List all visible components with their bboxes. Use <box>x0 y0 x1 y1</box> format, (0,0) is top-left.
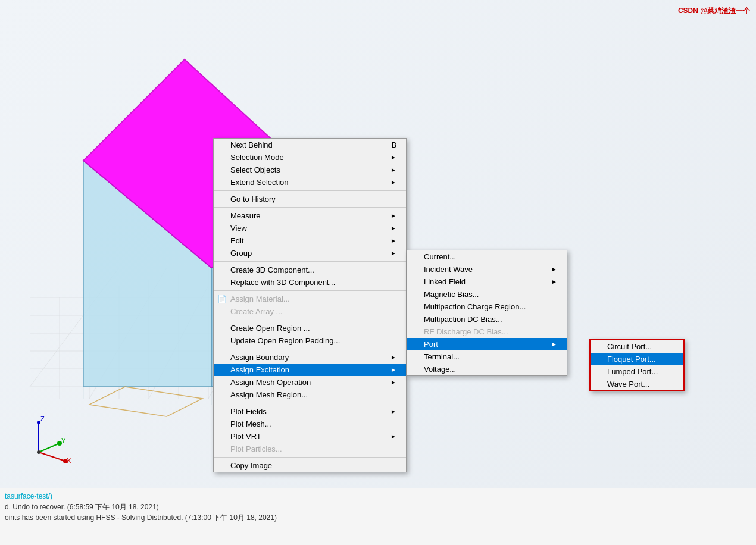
svg-text:Z: Z <box>40 415 45 422</box>
menu-label: Group <box>230 249 252 258</box>
menu-label: Create Array ... <box>230 307 282 316</box>
menu-label: Selection Mode <box>230 153 284 162</box>
menu-item-copy-image[interactable]: Copy Image <box>214 459 406 472</box>
status-line2: oints has been started using HFSS - Solv… <box>5 512 751 523</box>
menu-label: View <box>230 224 247 233</box>
menu-label: Measure <box>230 211 261 220</box>
menu-item-terminal[interactable]: Terminal... <box>407 350 567 363</box>
menu-item-linked-field[interactable]: Linked Field ► <box>407 275 567 288</box>
svg-point-32 <box>37 421 40 424</box>
separator <box>214 190 406 191</box>
separator <box>214 207 406 208</box>
menu-item-create-3d-component[interactable]: Create 3D Component... <box>214 264 406 276</box>
menu-item-assign-mesh-operation[interactable]: Assign Mesh Operation ► <box>214 376 406 389</box>
arrow-icon: ► <box>551 341 557 347</box>
svg-point-30 <box>37 450 40 454</box>
svg-point-31 <box>57 441 62 446</box>
menu-label: Linked Field <box>424 277 466 286</box>
arrow-icon: ► <box>391 250 396 256</box>
arrow-icon: ► <box>391 367 396 373</box>
svg-point-33 <box>63 459 68 463</box>
menu-label: Plot Mesh... <box>230 419 271 428</box>
menu-item-assign-mesh-region[interactable]: Assign Mesh Region... <box>214 389 406 401</box>
menu-label: Create 3D Component... <box>230 265 314 274</box>
menu-label: Assign Mesh Region... <box>230 390 308 399</box>
menu-item-voltage[interactable]: Voltage... <box>407 363 567 375</box>
menu-item-plot-mesh[interactable]: Plot Mesh... <box>214 418 406 430</box>
status-line1: d. Undo to recover. (6:58:59 下午 10月 18, … <box>5 502 751 512</box>
menu-item-view[interactable]: View ► <box>214 222 406 234</box>
status-path: tasurface-test/) <box>5 491 751 502</box>
menu-label: Port <box>424 340 438 349</box>
menu-label: Multipaction Charge Region... <box>424 302 526 311</box>
arrow-icon: ► <box>391 154 396 161</box>
menu-item-measure[interactable]: Measure ► <box>214 209 406 222</box>
menu-item-create-open-region[interactable]: Create Open Region ... <box>214 322 406 334</box>
submenu-assign-excitation[interactable]: Current... Incident Wave ► Linked Field … <box>407 250 567 376</box>
menu-item-multipaction-dc-bias[interactable]: Multipaction DC Bias... <box>407 313 567 325</box>
menu-item-edit[interactable]: Edit ► <box>214 234 406 247</box>
arrow-icon: ► <box>551 266 557 272</box>
menu-item-update-open-region[interactable]: Update Open Region Padding... <box>214 334 406 347</box>
menu-item-circuit-port[interactable]: Circuit Port... <box>591 340 683 353</box>
menu-label: Incident Wave <box>424 265 473 274</box>
menu-label: Multipaction DC Bias... <box>424 315 502 324</box>
menu-item-magnetic-bias[interactable]: Magnetic Bias... <box>407 288 567 300</box>
menu-label: Edit <box>230 236 243 245</box>
arrow-icon: ► <box>391 179 396 186</box>
separator <box>214 457 406 458</box>
separator <box>214 349 406 349</box>
menu-item-selection-mode[interactable]: Selection Mode ► <box>214 151 406 164</box>
svg-line-28 <box>39 452 65 461</box>
menu-label: Copy Image <box>230 461 272 470</box>
menu-item-assign-excitation[interactable]: Assign Excitation ► <box>214 364 406 376</box>
menu-item-plot-particles: Plot Particles... <box>214 443 406 455</box>
arrow-icon: ► <box>391 225 396 231</box>
menu-label: Lumped Port... <box>607 367 658 376</box>
context-menu[interactable]: Next Behind B Selection Mode ► Select Ob… <box>213 138 407 472</box>
menu-item-port[interactable]: Port ► <box>407 338 567 350</box>
menu-item-assign-material: 📄 Assign Material... <box>214 293 406 305</box>
menu-label: Assign Boundary <box>230 353 289 362</box>
menu-item-incident-wave[interactable]: Incident Wave ► <box>407 263 567 275</box>
arrow-icon: ► <box>391 408 396 415</box>
menu-label: Current... <box>424 252 456 261</box>
menu-item-floquet-port[interactable]: Floquet Port... <box>591 353 683 365</box>
menu-item-replace-3d-component[interactable]: Replace with 3D Component... <box>214 276 406 289</box>
menu-label: Plot VRT <box>230 432 261 441</box>
menu-label: Wave Port... <box>607 380 649 389</box>
submenu-port[interactable]: Circuit Port... Floquet Port... Lumped P… <box>589 339 685 391</box>
svg-marker-23 <box>89 387 202 416</box>
menu-item-select-objects[interactable]: Select Objects ► <box>214 164 406 176</box>
menu-item-next-behind[interactable]: Next Behind B <box>214 139 406 151</box>
arrow-icon: ► <box>391 354 396 361</box>
menu-item-lumped-port[interactable]: Lumped Port... <box>591 365 683 378</box>
menu-label: Circuit Port... <box>607 342 652 351</box>
menu-label: Plot Particles... <box>230 444 282 453</box>
menu-label: Select Objects <box>230 165 280 174</box>
menu-item-create-array: Create Array ... <box>214 305 406 318</box>
menu-item-group[interactable]: Group ► <box>214 247 406 259</box>
menu-item-wave-port[interactable]: Wave Port... <box>591 378 683 390</box>
menu-label: Floquet Port... <box>607 355 656 364</box>
watermark: CSDN @菜鸡渣渣一个 <box>678 6 750 16</box>
menu-label: Voltage... <box>424 365 456 374</box>
menu-label: Assign Mesh Operation <box>230 378 311 387</box>
separator <box>214 261 406 262</box>
menu-item-multipaction-charge[interactable]: Multipaction Charge Region... <box>407 300 567 313</box>
svg-line-26 <box>39 443 60 452</box>
menu-item-rf-discharge: RF Discharge DC Bias... <box>407 325 567 338</box>
svg-text:Y: Y <box>61 437 66 444</box>
menu-item-current[interactable]: Current... <box>407 250 567 263</box>
menu-item-plot-fields[interactable]: Plot Fields ► <box>214 405 406 418</box>
status-bar: tasurface-test/) d. Undo to recover. (6:… <box>0 488 756 545</box>
page-icon: 📄 <box>217 295 227 303</box>
menu-label: Replace with 3D Component... <box>230 278 335 287</box>
arrow-icon: ► <box>391 237 396 244</box>
menu-item-plot-vrt[interactable]: Plot VRT ► <box>214 430 406 443</box>
menu-item-extend-selection[interactable]: Extend Selection ► <box>214 176 406 189</box>
menu-item-go-to-history[interactable]: Go to History <box>214 193 406 205</box>
menu-item-assign-boundary[interactable]: Assign Boundary ► <box>214 351 406 364</box>
menu-label: Terminal... <box>424 352 460 361</box>
menu-label: Extend Selection <box>230 178 289 187</box>
